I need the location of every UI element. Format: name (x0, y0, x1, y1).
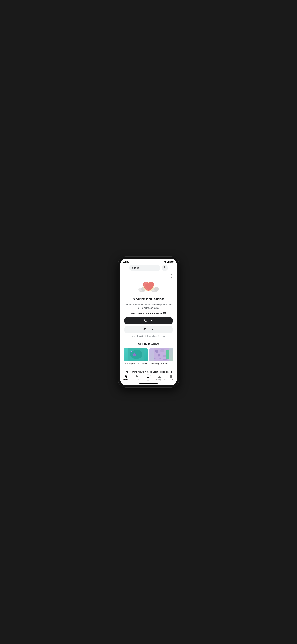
svg-point-30 (155, 350, 158, 353)
status-bar: 12:30 (120, 258, 177, 264)
more-options-button[interactable] (169, 265, 175, 271)
home-icon (124, 374, 128, 378)
topic-image-2 (149, 348, 173, 362)
svg-rect-36 (125, 377, 126, 378)
hero-subtitle: If you or someone you know is having a h… (124, 303, 173, 310)
library-icon (169, 374, 173, 378)
warning-text: The following results may be about suici… (124, 370, 173, 373)
svg-rect-2 (168, 262, 168, 263)
lifeline-link[interactable]: 988 Crisis & Suicide Lifeline (131, 312, 166, 315)
nav-label-shorts: Shorts (134, 379, 139, 380)
nav-label-subscriptions: Subscriptions (155, 379, 165, 380)
nav-item-home[interactable]: Home (121, 374, 130, 380)
svg-point-31 (160, 349, 164, 352)
phone-screen: 12:30 (120, 258, 177, 386)
svg-rect-7 (164, 266, 165, 268)
warning-section: The following results may be about suici… (120, 368, 177, 373)
nav-label-home: Home (123, 379, 128, 380)
chat-icon (143, 328, 146, 331)
svg-point-15 (171, 277, 172, 278)
self-help-section: Self-help topics (120, 342, 177, 368)
mic-button[interactable] (162, 265, 168, 271)
svg-point-32 (158, 354, 160, 356)
status-icons (164, 261, 174, 263)
mic-icon (163, 266, 166, 270)
svg-point-10 (172, 266, 172, 267)
svg-rect-1 (167, 262, 168, 263)
svg-point-0 (165, 262, 166, 263)
svg-point-12 (172, 269, 172, 270)
nav-item-create[interactable] (143, 374, 153, 380)
hero-section: You're not alone If you or someone you k… (120, 279, 177, 342)
topic-card-2[interactable]: Grounding exercises (149, 348, 173, 365)
svg-point-14 (171, 276, 172, 276)
hero-illustration (138, 279, 159, 294)
svg-rect-6 (171, 261, 173, 262)
battery-icon (170, 261, 174, 263)
topic-label-2: Grounding exercises (149, 362, 173, 365)
nav-item-shorts[interactable]: Shorts (132, 374, 142, 380)
svg-rect-34 (166, 350, 169, 359)
self-help-title: Self-help topics (124, 342, 173, 346)
wifi-icon (164, 261, 167, 263)
svg-point-11 (172, 268, 172, 268)
kebab-top-area (120, 272, 177, 279)
subscriptions-icon (158, 374, 162, 378)
create-button[interactable] (145, 374, 151, 380)
card-more-button[interactable] (169, 273, 174, 279)
external-link-icon (163, 312, 166, 315)
phone-icon (144, 319, 147, 322)
nav-item-subscriptions[interactable]: Subscriptions (155, 374, 165, 380)
topic-image-1 (124, 348, 148, 362)
call-button[interactable]: Call (124, 317, 173, 324)
topics-grid: Building self-compassion (124, 348, 173, 365)
phone-frame: 12:30 (118, 257, 179, 387)
hero-title: You're not alone (133, 297, 164, 302)
home-indicator (139, 383, 158, 384)
signal-icon (167, 261, 170, 263)
nav-label-library: Library (169, 379, 174, 380)
chat-label: Chat (148, 328, 154, 331)
topic-card-1[interactable]: Building self-compassion (124, 348, 148, 365)
svg-point-13 (171, 274, 172, 275)
plus-icon (146, 376, 150, 379)
disclaimer-text: Free • Confidential • Available 24 hours (131, 335, 166, 337)
svg-rect-3 (168, 261, 169, 263)
search-input[interactable]: suicide (129, 265, 160, 271)
main-content: You're not alone If you or someone you k… (120, 272, 177, 373)
vertical-dots-icon-2 (171, 274, 172, 278)
vertical-dots-icon (172, 266, 172, 270)
lifeline-text: 988 Crisis & Suicide Lifeline (131, 312, 162, 315)
nav-item-library[interactable]: Library (167, 374, 176, 380)
svg-point-21 (153, 287, 159, 291)
call-label: Call (148, 319, 153, 322)
back-button[interactable] (122, 265, 128, 271)
status-time: 12:30 (123, 260, 129, 263)
chat-button[interactable]: Chat (124, 326, 173, 333)
search-bar: suicide (120, 264, 177, 272)
svg-rect-4 (169, 261, 170, 263)
bottom-nav: Home Shorts (120, 373, 177, 383)
shorts-icon (135, 374, 139, 378)
svg-rect-25 (144, 328, 146, 330)
topic-label-1: Building self-compassion (124, 362, 148, 365)
svg-point-33 (163, 355, 166, 358)
